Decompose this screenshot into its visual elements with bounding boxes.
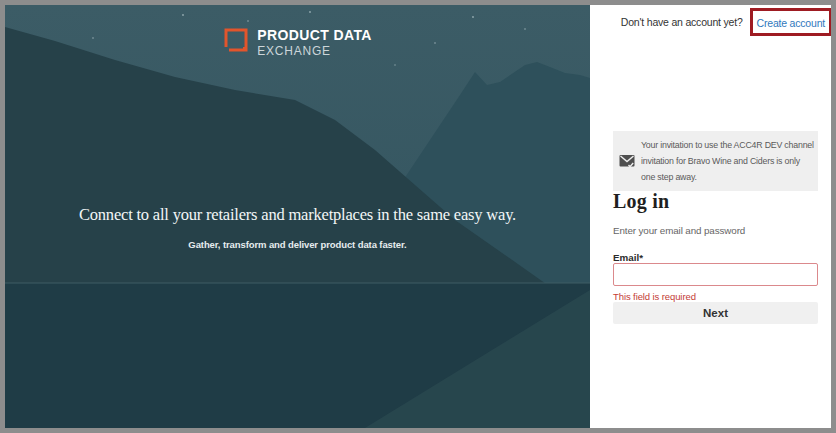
email-label: Email* bbox=[613, 252, 643, 263]
invitation-line: Your invitation to use the ACC4R DEV cha… bbox=[641, 137, 814, 153]
login-page: PRODUCT DATA EXCHANGE Connect to all you… bbox=[0, 0, 836, 433]
envelope-icon bbox=[619, 154, 635, 168]
logo-line-1: PRODUCT DATA bbox=[257, 28, 372, 42]
login-title: Log in bbox=[613, 190, 669, 213]
hero-headline: Connect to all your retailers and market… bbox=[5, 205, 590, 225]
signup-prompt-text: Don't have an account yet? bbox=[621, 16, 743, 28]
product-data-exchange-logo: PRODUCT DATA EXCHANGE bbox=[5, 27, 590, 57]
email-error-message: This field is required bbox=[613, 291, 696, 302]
hero-panel: PRODUCT DATA EXCHANGE Connect to all you… bbox=[5, 5, 590, 428]
logo-text: PRODUCT DATA EXCHANGE bbox=[257, 27, 372, 57]
account-row: Don't have an account yet? Create accoun… bbox=[621, 10, 832, 34]
invitation-line: one step away. bbox=[641, 169, 814, 185]
login-subtitle: Enter your email and password bbox=[613, 225, 745, 236]
invitation-notice: Your invitation to use the ACC4R DEV cha… bbox=[613, 131, 818, 191]
annotation-highlight-box: Create account bbox=[750, 8, 832, 36]
invitation-text: Your invitation to use the ACC4R DEV cha… bbox=[641, 137, 814, 185]
logo-mark-icon bbox=[223, 27, 249, 53]
next-button[interactable]: Next bbox=[613, 302, 818, 324]
email-input[interactable] bbox=[613, 263, 818, 286]
logo-line-2: EXCHANGE bbox=[257, 45, 372, 57]
hero-subheadline: Gather, transform and deliver product da… bbox=[5, 239, 590, 250]
login-panel: Don't have an account yet? Create accoun… bbox=[590, 5, 831, 428]
create-account-link[interactable]: Create account bbox=[757, 17, 825, 29]
invitation-line: invitation for Bravo Wine and Ciders is … bbox=[641, 153, 814, 169]
